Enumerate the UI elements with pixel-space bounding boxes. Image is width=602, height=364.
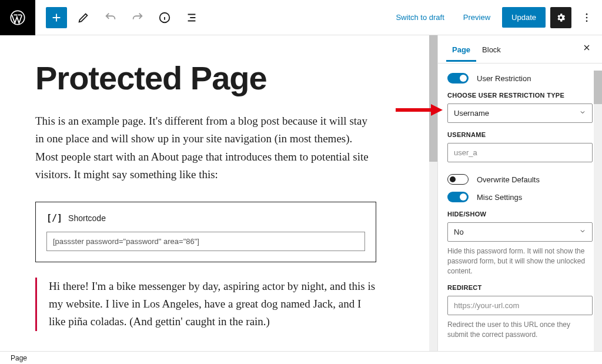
misc-settings-label: Misc Settings bbox=[477, 193, 522, 202]
svg-point-3 bbox=[586, 16, 588, 18]
tab-page[interactable]: Page bbox=[446, 37, 476, 61]
hide-show-value: No bbox=[454, 228, 464, 236]
hide-show-select[interactable]: No bbox=[447, 222, 593, 242]
shortcode-icon: [/] bbox=[46, 213, 62, 223]
undo-button[interactable] bbox=[100, 7, 121, 28]
settings-sidebar: Page Block User Restriction CHOOSE USER … bbox=[437, 35, 602, 351]
more-menu-button[interactable] bbox=[576, 7, 597, 28]
misc-settings-toggle[interactable] bbox=[447, 192, 469, 202]
restriction-type-label: CHOOSE USER RESTRICTION TYPE bbox=[447, 92, 593, 99]
hide-show-label: HIDE/SHOW bbox=[447, 211, 593, 218]
chevron-down-icon bbox=[579, 109, 586, 118]
username-input[interactable] bbox=[447, 143, 593, 162]
redo-button[interactable] bbox=[127, 7, 148, 28]
svg-point-4 bbox=[586, 20, 588, 22]
overwrite-defaults-toggle[interactable] bbox=[447, 174, 469, 185]
editor-scrollbar[interactable] bbox=[429, 35, 437, 351]
close-sidebar-button[interactable] bbox=[580, 41, 594, 58]
switch-draft-button[interactable]: Switch to draft bbox=[389, 8, 451, 26]
update-button[interactable]: Update bbox=[502, 7, 546, 28]
hide-show-help: Hide this password form. It will not sho… bbox=[447, 246, 593, 276]
add-block-button[interactable] bbox=[46, 7, 67, 28]
editor-canvas[interactable]: Protected Page This is an example page. … bbox=[0, 35, 412, 351]
chevron-down-icon bbox=[579, 228, 586, 236]
top-toolbar: Switch to draft Preview Update bbox=[0, 0, 602, 35]
redirect-label: REDIRECT bbox=[447, 284, 593, 291]
info-icon[interactable] bbox=[154, 7, 175, 28]
redirect-input[interactable] bbox=[447, 296, 593, 315]
svg-point-2 bbox=[586, 13, 588, 15]
overwrite-defaults-label: Overwrite Defaults bbox=[477, 175, 540, 184]
breadcrumb[interactable]: Page bbox=[11, 354, 27, 362]
user-restriction-toggle[interactable] bbox=[447, 73, 469, 84]
shortcode-label: Shortcode bbox=[68, 213, 106, 223]
quote-block[interactable]: Hi there! I'm a bike messenger by day, a… bbox=[35, 278, 376, 331]
redirect-help: Redirect the user to this URL once they … bbox=[447, 320, 593, 340]
user-restriction-label: User Restriction bbox=[477, 74, 531, 83]
shortcode-block[interactable]: [/] Shortcode bbox=[35, 202, 376, 262]
page-title[interactable]: Protected Page bbox=[35, 59, 376, 97]
restriction-type-select[interactable]: Username bbox=[447, 103, 593, 123]
restriction-type-value: Username bbox=[454, 109, 489, 118]
settings-button[interactable] bbox=[550, 7, 571, 28]
edit-icon[interactable] bbox=[73, 7, 94, 28]
wordpress-logo[interactable] bbox=[0, 0, 35, 35]
sidebar-scrollbar[interactable] bbox=[594, 71, 602, 351]
intro-paragraph[interactable]: This is an example page. It's different … bbox=[35, 112, 376, 184]
breadcrumb-bar: Page bbox=[0, 351, 602, 364]
username-label: USERNAME bbox=[447, 131, 593, 138]
outline-icon[interactable] bbox=[181, 7, 202, 28]
preview-button[interactable]: Preview bbox=[456, 8, 497, 26]
shortcode-input[interactable] bbox=[46, 232, 365, 251]
tab-block[interactable]: Block bbox=[476, 37, 507, 61]
